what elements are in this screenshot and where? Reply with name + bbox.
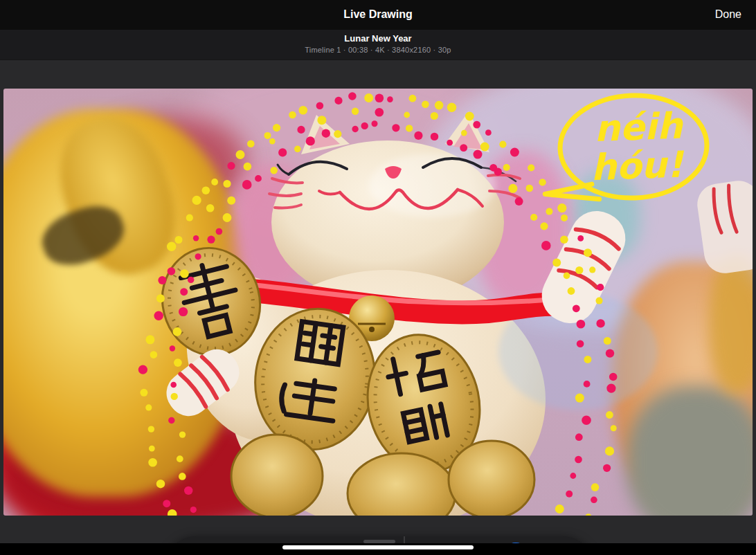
lucky-cat-photo: 壽 開運 [3,89,753,516]
speech-bubble-text-line1: néih [593,104,684,149]
top-navigation-bar: Live Drawing Done [0,0,756,30]
page-title: Live Drawing [0,8,756,21]
home-indicator[interactable] [282,545,474,549]
project-title: Lunar New Year [0,33,756,44]
drawing-canvas[interactable]: 壽 開運 [3,89,753,516]
done-button[interactable]: Done [715,8,741,21]
speech-bubble-text-line2: hóu! [590,143,685,188]
project-info-bar: Lunar New Year Timeline 1 · 00:38 · 4K ·… [0,30,756,60]
system-bottom-bar [0,543,756,555]
stage-background: 壽 開運 [0,60,756,543]
neighbor-paw [694,178,753,275]
project-details: Timeline 1 · 00:38 · 4K · 3840x2160 · 30… [0,46,756,54]
speech-bubble-drawing: néih hóu! [541,93,708,201]
